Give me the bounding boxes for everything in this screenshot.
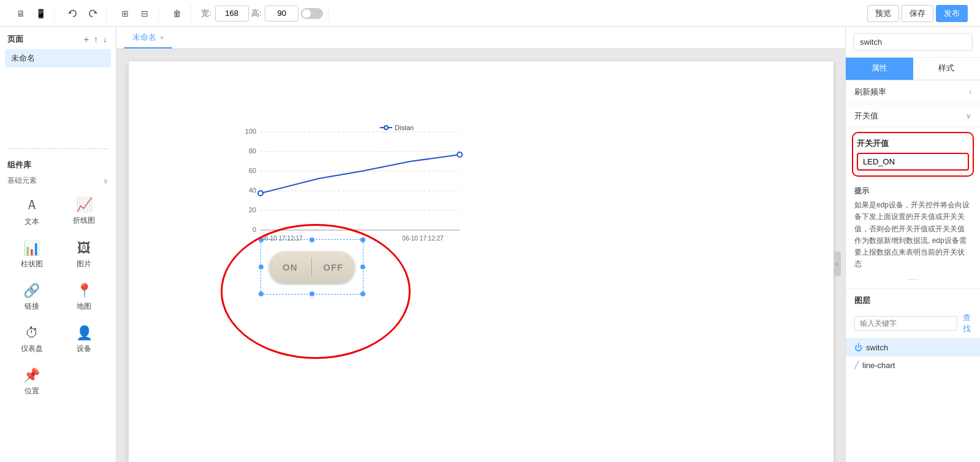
tab-close-icon[interactable]: ×	[160, 34, 164, 41]
monitor-icon[interactable]: 🖥	[12, 5, 29, 22]
action-group: 预览 保存 发布	[862, 5, 973, 22]
barchart-icon: 📊	[23, 241, 40, 256]
component-linechart-label: 折线图	[73, 215, 95, 226]
component-map[interactable]: 📍 地图	[60, 278, 109, 317]
component-location-label: 位置	[25, 386, 39, 396]
handle-middle-left[interactable]	[259, 264, 264, 269]
tablet-icon[interactable]: 📱	[32, 5, 49, 22]
handle-bottom-left[interactable]	[259, 291, 264, 296]
component-link-label: 链接	[25, 301, 39, 312]
right-panel-content: 刷新频率 › 开关值 ∨ 开关开值 提示 如果是edp设备，开关控件将会向设备下…	[846, 80, 980, 462]
svg-point-15	[258, 191, 263, 196]
handle-middle-right[interactable]	[360, 264, 365, 269]
view-group: ⊞ ⊟	[112, 5, 159, 22]
svg-text:60: 60	[248, 167, 256, 174]
undo-button[interactable]	[64, 5, 82, 22]
add-page-button[interactable]: +	[83, 33, 90, 45]
active-tab[interactable]: 未命名 ×	[124, 27, 172, 48]
layer-search-input[interactable]	[854, 316, 957, 331]
switch-value-row[interactable]: 开关值 ∨	[846, 104, 980, 128]
component-grid: Ａ 文本 📈 折线图 📊 柱状图 🖼 图片 🔗 链接	[7, 191, 108, 401]
device-icons-group: 🖥 📱	[7, 5, 55, 22]
component-link[interactable]: 🔗 链接	[7, 278, 56, 317]
refresh-rate-row[interactable]: 刷新频率 ›	[846, 80, 980, 104]
linechart-icon: 📈	[76, 197, 93, 213]
grid-icon[interactable]: ⊟	[136, 5, 153, 22]
toggle-switch[interactable]	[301, 8, 323, 19]
switch-layer-icon: ⏻	[854, 343, 862, 352]
preview-button[interactable]: 预览	[867, 5, 899, 22]
component-text[interactable]: Ａ 文本	[7, 191, 56, 232]
location-icon: 📌	[23, 368, 40, 383]
switch-value-arrow: ∨	[966, 112, 971, 120]
height-input[interactable]	[265, 6, 298, 21]
page-item[interactable]: 未命名	[5, 49, 111, 67]
sidebar-divider	[7, 148, 108, 152]
redo-button[interactable]	[84, 5, 101, 22]
device-icon: 👤	[76, 325, 93, 341]
left-sidebar: 页面 + ↑ ↓ 未命名 组件库 基础元素 ∨ Ａ 文本	[0, 27, 116, 462]
svg-text:06-10 17:12:27: 06-10 17:12:27	[402, 235, 444, 242]
pages-title: 页面	[7, 34, 23, 45]
switch-on-value-annotation: 开关开值	[852, 132, 974, 177]
right-tabs: 属性 样式	[846, 58, 980, 80]
component-barchart-label: 柱状图	[21, 259, 43, 269]
svg-text:0: 0	[252, 226, 256, 233]
svg-point-16	[457, 152, 462, 157]
switch-pill[interactable]: ON OFF	[269, 251, 355, 283]
switch-widget[interactable]: ON OFF	[260, 239, 363, 295]
component-linechart[interactable]: 📈 折线图	[60, 191, 109, 232]
tab-style[interactable]: 样式	[913, 58, 981, 80]
svg-text:Distan: Distan	[395, 124, 414, 131]
component-location[interactable]: 📌 位置	[7, 363, 56, 401]
component-search-input[interactable]	[853, 33, 973, 51]
svg-point-20	[384, 126, 388, 129]
move-page-down-button[interactable]: ↓	[102, 33, 108, 45]
component-device[interactable]: 👤 设备	[60, 320, 109, 359]
line-chart-widget: 100 80 60 40 20 0	[239, 123, 472, 245]
handle-bottom-center[interactable]	[310, 291, 314, 296]
move-page-up-button[interactable]: ↑	[93, 33, 99, 45]
tab-label: 未命名	[132, 32, 156, 43]
switch-value-label: 开关值	[854, 110, 878, 121]
handle-top-left[interactable]	[259, 237, 264, 242]
layer-item-linechart[interactable]: ╱ line-chart	[846, 356, 980, 374]
toolbar: 🖥 📱 ⊞ ⊟ 🗑 宽: 高: 预览 保存 发布	[0, 0, 980, 27]
linechart-layer-icon: ╱	[854, 361, 859, 369]
component-barchart[interactable]: 📊 柱状图	[7, 236, 56, 274]
collapse-handle[interactable]: ‹	[834, 252, 841, 276]
height-label: 高:	[251, 8, 262, 19]
svg-text:20: 20	[248, 206, 256, 214]
component-image[interactable]: 🖼 图片	[60, 236, 109, 274]
svg-marker-1	[94, 11, 97, 13]
canvas-inner[interactable]: 100 80 60 40 20 0	[129, 61, 834, 462]
save-button[interactable]: 保存	[902, 5, 933, 22]
delete-button[interactable]: 🗑	[169, 5, 186, 22]
layer-search-button[interactable]: 查找	[962, 312, 971, 334]
width-input[interactable]	[215, 6, 249, 21]
handle-bottom-right[interactable]	[360, 291, 365, 296]
switch-off-label[interactable]: OFF	[312, 262, 355, 272]
center-area: 未命名 × 100 80 60 40 20 0	[116, 27, 845, 462]
handle-top-center[interactable]	[310, 237, 314, 242]
handle-top-right[interactable]	[360, 237, 365, 242]
tab-bar: 未命名 ×	[116, 27, 845, 49]
switch-on-label[interactable]: ON	[269, 262, 312, 272]
canvas-area[interactable]: 100 80 60 40 20 0	[116, 49, 845, 462]
width-label: 宽:	[201, 8, 211, 19]
fit-icon[interactable]: ⊞	[116, 5, 134, 22]
page-list: 未命名	[0, 49, 116, 72]
svg-text:100: 100	[245, 128, 256, 135]
layer-section-label: 图层	[846, 289, 980, 309]
tab-properties[interactable]: 属性	[846, 58, 913, 80]
basic-elements-title: 基础元素 ∨	[7, 175, 108, 186]
hint-text: 如果是edp设备，开关控件将会向设备下发上面设置的开关值或开关关值，否则会把开关…	[854, 199, 971, 270]
component-library-title: 组件库	[7, 160, 108, 171]
history-group	[59, 5, 107, 22]
link-icon: 🔗	[23, 283, 40, 299]
switch-on-value-input[interactable]	[857, 153, 969, 171]
layer-item-switch[interactable]: ⏻ switch	[846, 339, 980, 356]
component-gauge[interactable]: ⏱ 仪表盘	[7, 320, 56, 359]
map-icon: 📍	[76, 283, 93, 299]
publish-button[interactable]: 发布	[936, 5, 968, 22]
